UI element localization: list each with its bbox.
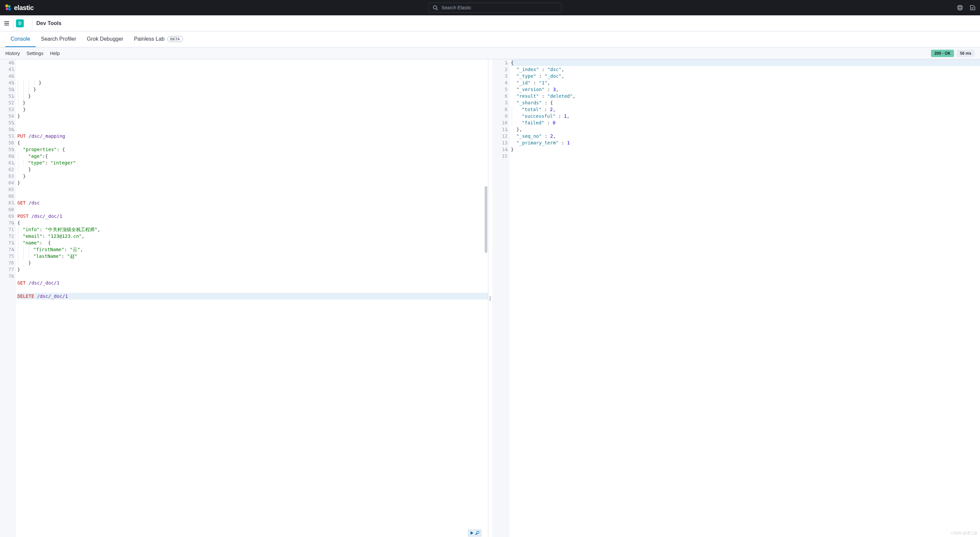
code-line[interactable]: {	[511, 59, 980, 66]
code-line[interactable]	[18, 186, 488, 193]
code-line[interactable]: }	[511, 146, 980, 153]
response-pane: 1▾234567▾891011▾121314▾15 { "_index" : "…	[492, 59, 980, 537]
lifebuoy-icon[interactable]	[957, 4, 963, 11]
code-line[interactable]: {	[18, 139, 488, 146]
watermark: CSDN @渣三娃	[951, 531, 977, 535]
code-line[interactable]	[18, 126, 488, 133]
svg-line-5	[436, 9, 438, 10]
toolbar-right: 200 - OK 56 ms	[931, 50, 975, 57]
newsfeed-icon[interactable]	[969, 4, 976, 11]
elastic-logo[interactable]: elastic	[4, 4, 33, 12]
code-line[interactable]: DELETE /dsc/_doc/1	[18, 293, 488, 300]
global-header: elastic Search Elastic	[0, 0, 980, 15]
svg-point-4	[433, 6, 437, 9]
wrench-icon[interactable]	[475, 531, 480, 535]
tab-console[interactable]: Console	[5, 31, 36, 47]
console-panes: 46▾47▾48▾49▾50▾51▾52535455▾56▾57▾5859▾60…	[0, 59, 980, 537]
svg-line-8	[958, 6, 959, 7]
code-line[interactable]: "_version" : 3,	[511, 86, 980, 93]
pane-resizer[interactable]: ‖	[488, 59, 492, 537]
svg-line-9	[961, 9, 962, 10]
code-line[interactable]: GET /dsc/_doc/1	[18, 279, 488, 286]
code-line[interactable]: }	[18, 113, 488, 120]
code-line[interactable]: {	[18, 220, 488, 226]
status-badge: 200 - OK	[931, 50, 954, 57]
code-line[interactable]: "_index" : "dsc",	[511, 66, 980, 73]
response-gutter: 1▾234567▾891011▾121314▾15	[492, 59, 510, 537]
svg-line-11	[961, 6, 962, 7]
code-line[interactable]: "result" : "deleted",	[511, 93, 980, 99]
svg-point-2	[6, 8, 8, 10]
request-editor[interactable]: }}}} }} PUT /dsc/_mapping{ "properties":…	[16, 59, 488, 537]
code-line[interactable]: }	[18, 266, 488, 273]
code-line[interactable]: "firstName": "云",	[18, 246, 488, 253]
code-line[interactable]	[18, 193, 488, 199]
console-toolbar: HistorySettingsHelp 200 - OK 56 ms	[0, 47, 980, 59]
code-line[interactable]: }	[18, 80, 488, 86]
code-line[interactable]	[18, 206, 488, 213]
code-line[interactable]: }	[18, 180, 488, 186]
header-left: elastic	[4, 4, 33, 12]
code-line[interactable]: "_shards" : {	[511, 99, 980, 106]
code-line[interactable]	[18, 273, 488, 279]
global-search-wrap: Search Elastic	[428, 3, 562, 13]
code-line[interactable]: "failed" : 0	[511, 120, 980, 126]
tab-painless-lab[interactable]: Painless LabBETA	[129, 31, 188, 47]
toolbar-link-settings[interactable]: Settings	[27, 51, 44, 56]
svg-point-7	[959, 7, 961, 9]
breadcrumb-bar: D Dev Tools	[0, 15, 980, 31]
code-line[interactable]: }	[18, 166, 488, 173]
code-line[interactable]: "type": "integer"	[18, 159, 488, 166]
code-line[interactable]: "age":{	[18, 153, 488, 159]
space-selector[interactable]: D	[16, 18, 32, 29]
code-line[interactable]: },	[511, 126, 980, 133]
tab-search-profiler[interactable]: Search Profiler	[36, 31, 82, 47]
code-line[interactable]: }	[18, 86, 488, 93]
svg-point-3	[8, 8, 11, 11]
code-line[interactable]: }	[18, 93, 488, 99]
code-line[interactable]: }	[18, 173, 488, 180]
code-line[interactable]: "successful" : 1,	[511, 113, 980, 120]
code-line[interactable]	[18, 120, 488, 126]
timing-badge: 56 ms	[957, 50, 975, 57]
breadcrumb[interactable]: Dev Tools	[37, 20, 61, 26]
svg-marker-17	[470, 531, 473, 535]
code-line[interactable]: }	[18, 99, 488, 106]
elastic-logo-icon	[4, 4, 12, 12]
nav-toggle[interactable]	[3, 18, 13, 29]
tab-grok-debugger[interactable]: Grok Debugger	[82, 31, 129, 47]
response-viewer[interactable]: { "_index" : "dsc", "_type" : "_doc", "_…	[510, 59, 980, 537]
code-line[interactable]: POST /dsc/_doc/1	[18, 213, 488, 220]
code-line[interactable]: "_id" : "1",	[511, 80, 980, 86]
code-line[interactable]: "_primary_term" : 1	[511, 139, 980, 146]
devtools-tabs: ConsoleSearch ProfilerGrok DebuggerPainl…	[0, 31, 980, 47]
hamburger-icon	[3, 20, 10, 27]
code-line[interactable]: }	[18, 106, 488, 113]
code-line[interactable]: "email": "123@123.cn",	[18, 233, 488, 239]
global-search[interactable]: Search Elastic	[428, 3, 562, 13]
code-line[interactable]: "info": "中关村顶级全栈工程师",	[18, 226, 488, 233]
code-line[interactable]: PUT /dsc/_mapping	[18, 133, 488, 139]
code-line[interactable]: }	[18, 260, 488, 266]
toolbar-left: HistorySettingsHelp	[5, 51, 60, 56]
toolbar-link-history[interactable]: History	[5, 51, 20, 56]
scrollbar[interactable]	[485, 186, 487, 253]
code-line[interactable]: "properties": {	[18, 146, 488, 153]
code-line[interactable]: "lastName": "赵"	[18, 253, 488, 260]
code-line[interactable]: "total" : 2,	[511, 106, 980, 113]
code-line[interactable]	[18, 286, 488, 293]
play-icon[interactable]	[470, 531, 474, 535]
code-line[interactable]: "_seq_no" : 2,	[511, 133, 980, 139]
svg-point-1	[8, 5, 11, 8]
svg-point-0	[5, 4, 8, 7]
toolbar-link-help[interactable]: Help	[50, 51, 60, 56]
request-pane[interactable]: 46▾47▾48▾49▾50▾51▾52535455▾56▾57▾5859▾60…	[0, 59, 488, 537]
code-line[interactable]: GET /dsc	[18, 199, 488, 206]
brand-text: elastic	[14, 4, 33, 12]
code-line[interactable]	[511, 153, 980, 159]
svg-line-10	[958, 9, 959, 10]
request-actions	[468, 530, 481, 536]
code-line[interactable]: "name": {	[18, 239, 488, 246]
code-line[interactable]: "_type" : "_doc",	[511, 73, 980, 80]
header-right	[957, 4, 976, 11]
